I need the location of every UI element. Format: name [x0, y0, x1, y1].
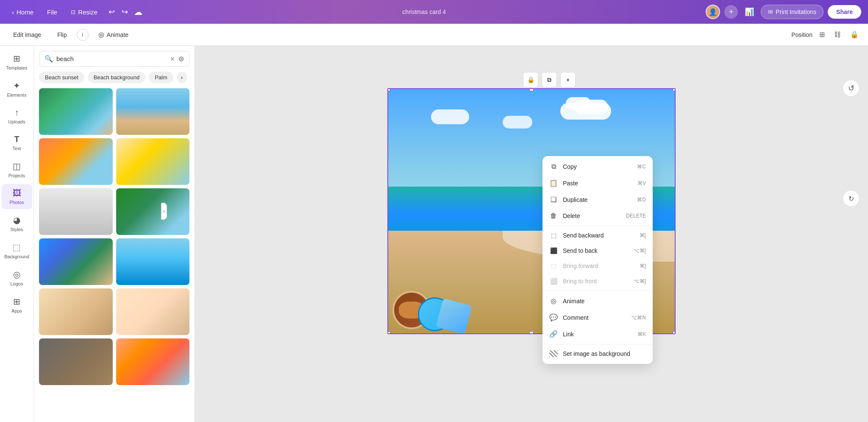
list-item[interactable]: [39, 138, 113, 185]
context-menu-bring-forward: ⬚ Bring forward ⌘]: [542, 258, 653, 274]
context-menu-paste[interactable]: 📋 Paste ⌘V: [542, 175, 653, 191]
bring-to-front-icon: ⬜: [549, 278, 558, 285]
filter-chips: Beach sunset Beach background Palm ›: [34, 72, 195, 88]
sidebar-item-styles[interactable]: ◕ Styles: [2, 211, 32, 236]
apps-icon: ⊞: [13, 296, 20, 307]
analytics-icon[interactable]: 📊: [742, 5, 757, 19]
left-sidebar: ⊞ Templates ✦ Elements ↑ Uploads T Text …: [0, 46, 34, 422]
print-button[interactable]: ✉ Print Invitations: [761, 5, 823, 19]
context-menu-send-to-back[interactable]: ⬛ Send to back ⌥⌘[: [542, 243, 653, 258]
search-input[interactable]: [56, 55, 167, 62]
context-menu-bring-to-front: ⬜ Bring to front ⌥⌘]: [542, 274, 653, 289]
align-icon[interactable]: ⊞: [817, 28, 827, 41]
comment-label: Comment: [563, 314, 589, 321]
handle-top-middle[interactable]: [529, 88, 534, 91]
avatar[interactable]: 👤: [706, 5, 720, 19]
sidebar-item-projects[interactable]: ◫ Projects: [2, 157, 32, 182]
context-menu-delete[interactable]: 🗑 Delete DELETE: [542, 208, 653, 224]
flip-label: Flip: [57, 31, 67, 38]
resize-button[interactable]: ⊡ Resize: [66, 6, 103, 18]
context-menu-send-backward[interactable]: ⬚ Send backward ⌘[: [542, 228, 653, 243]
handle-top-right[interactable]: [673, 88, 676, 91]
topbar-left: ‹ Home File ⊡ Resize ↩ ↪ ☁: [7, 5, 142, 19]
handle-middle-right[interactable]: [675, 207, 676, 215]
chip-beach-background[interactable]: Beach background: [88, 72, 145, 83]
topbar-right: 👤 + 📊 ✉ Print Invitations Share: [706, 5, 861, 19]
print-label: Print Invitations: [776, 8, 816, 15]
styles-label: Styles: [11, 227, 23, 232]
add-collaborator-button[interactable]: +: [724, 5, 738, 19]
context-menu-copy[interactable]: ⧉ Copy ⌘C: [542, 159, 653, 175]
filter-button[interactable]: ⊜: [178, 55, 184, 63]
file-button[interactable]: File: [42, 6, 62, 18]
undo-button[interactable]: ↩: [106, 5, 117, 19]
cloud-4: [431, 109, 469, 124]
animate-button[interactable]: ◎ Animate: [92, 28, 135, 42]
handle-bottom-middle[interactable]: [529, 331, 534, 334]
list-item[interactable]: [39, 288, 113, 335]
list-item[interactable]: [116, 288, 190, 335]
sidebar-item-photos[interactable]: 🖼 Photos: [2, 184, 32, 209]
sidebar-item-elements[interactable]: ✦ Elements: [2, 76, 32, 102]
redo-button[interactable]: ↪: [119, 5, 131, 19]
handle-top-left[interactable]: [387, 88, 390, 91]
chips-more-button[interactable]: ›: [177, 72, 187, 83]
list-item[interactable]: [116, 88, 190, 135]
context-menu-duplicate[interactable]: ❑ Duplicate ⌘D: [542, 191, 653, 208]
animate-menu-icon: ◎: [549, 297, 558, 305]
cookies-decoration: [388, 278, 494, 333]
list-item[interactable]: [39, 188, 113, 235]
hide-panel-button[interactable]: ‹: [161, 203, 167, 220]
flip-button[interactable]: Flip: [51, 28, 73, 41]
text-label: Text: [12, 146, 21, 151]
chip-beach-sunset[interactable]: Beach sunset: [39, 72, 84, 83]
home-button[interactable]: ‹ Home: [7, 6, 39, 18]
duplicate-label: Duplicate: [563, 196, 587, 203]
send-backward-label: Send backward: [563, 232, 604, 239]
sidebar-item-uploads[interactable]: ↑ Uploads: [2, 103, 32, 129]
context-menu-comment[interactable]: 💬 Comment ⌥⌘N: [542, 309, 653, 326]
share-button[interactable]: Share: [828, 5, 861, 19]
sidebar-item-background[interactable]: ⬚ Background: [2, 238, 32, 263]
sidebar-item-text[interactable]: T Text: [2, 130, 32, 155]
rotate-button-2[interactable]: ↻: [843, 190, 860, 207]
list-item[interactable]: [39, 338, 113, 385]
share-label: Share: [836, 8, 853, 15]
apps-label: Apps: [11, 308, 22, 313]
search-clear-button[interactable]: ✕: [170, 56, 175, 62]
lock-icon[interactable]: 🔒: [848, 28, 861, 41]
list-item[interactable]: [116, 188, 190, 235]
list-item[interactable]: [116, 338, 190, 385]
cloud-save-icon[interactable]: ☁: [134, 7, 142, 17]
comment-icon: 💬: [549, 313, 558, 321]
sidebar-item-logos[interactable]: ◎ Logos: [2, 265, 32, 291]
sidebar-item-apps[interactable]: ⊞ Apps: [2, 292, 32, 318]
menu-divider-3: [542, 344, 653, 344]
bring-forward-label: Bring forward: [563, 263, 598, 269]
handle-middle-left[interactable]: [387, 207, 388, 215]
context-menu-link[interactable]: 🔗 Link ⌘K: [542, 326, 653, 342]
handle-bottom-right[interactable]: [673, 331, 676, 334]
rotate-button[interactable]: ↺: [843, 80, 860, 97]
templates-label: Templates: [6, 65, 27, 70]
hatched-icon: [549, 350, 558, 357]
edit-image-button[interactable]: Edit image: [7, 28, 47, 41]
list-item[interactable]: [39, 238, 113, 285]
list-item[interactable]: [39, 88, 113, 135]
undo-redo-group: ↩ ↪: [106, 5, 131, 19]
info-button[interactable]: i: [77, 29, 89, 41]
secondary-toolbar: Edit image Flip i ◎ Animate Position ⊞ ⛓…: [0, 24, 868, 46]
elements-label: Elements: [7, 92, 27, 98]
paste-shortcut: ⌘V: [637, 180, 646, 186]
list-item[interactable]: [116, 238, 190, 285]
handle-bottom-left[interactable]: [387, 331, 390, 334]
link-icon: 🔗: [549, 330, 558, 338]
sidebar-item-templates[interactable]: ⊞ Templates: [2, 49, 32, 75]
main-layout: ⊞ Templates ✦ Elements ↑ Uploads T Text …: [0, 46, 868, 422]
context-menu-animate[interactable]: ◎ Animate: [542, 293, 653, 309]
position-button[interactable]: Position: [791, 31, 812, 38]
list-item[interactable]: [116, 138, 190, 185]
context-menu-set-background[interactable]: Set image as background: [542, 346, 653, 361]
link-elements-icon[interactable]: ⛓: [832, 28, 843, 41]
chip-palm[interactable]: Palm: [149, 72, 173, 83]
